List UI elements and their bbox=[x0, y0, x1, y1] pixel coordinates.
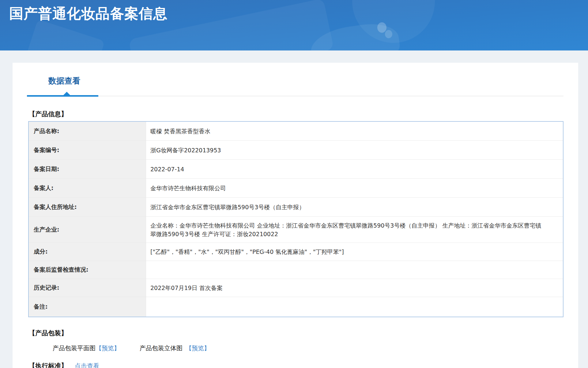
row-value: 浙江省金华市金东区曹宅镇翠微路590号3号楼（自主申报） bbox=[146, 198, 563, 216]
active-tab-indicator bbox=[27, 95, 98, 97]
row-value: 企业名称：金华市诗芒生物科技有限公司 企业地址：浙江省金华市金东区曹宅镇翠微路5… bbox=[146, 217, 563, 243]
row-value: ["乙醇"，"香精"，"水"，"双丙甘醇"，"PEG-40 氢化蓖麻油"，"丁羟… bbox=[146, 243, 563, 261]
row-value: 暖檬 焚香黑茶香型香水 bbox=[146, 122, 563, 140]
tab-bar: 数据查看 bbox=[27, 76, 564, 96]
row-value: 2022年07月19日 首次备案 bbox=[146, 279, 563, 297]
view-standards-link[interactable]: 点击查看 bbox=[75, 362, 99, 368]
row-value: 2022-07-14 bbox=[146, 160, 563, 178]
table-row: 备案编号: 浙G妆网备字2022013953 bbox=[29, 141, 563, 160]
row-value bbox=[146, 261, 563, 279]
row-label: 备案人住所地址: bbox=[29, 198, 146, 216]
row-label: 成分: bbox=[29, 243, 146, 261]
banner-decoration bbox=[377, 22, 386, 33]
row-value bbox=[146, 297, 563, 317]
product-info-heading: 【产品信息】 bbox=[29, 110, 578, 118]
row-label: 备案日期: bbox=[29, 160, 146, 178]
page-body: 数据查看 【产品信息】 产品名称: 暖檬 焚香黑茶香型香水 备案编号: 浙G妆网… bbox=[0, 50, 588, 368]
standards-heading: 【执行标准】 bbox=[29, 362, 67, 368]
row-label: 备案编号: bbox=[29, 141, 146, 159]
row-label: 备案人: bbox=[29, 179, 146, 197]
stereo-image-label: 产品包装立体图 bbox=[140, 344, 183, 352]
stereo-preview-link[interactable]: 【预览】 bbox=[186, 344, 210, 352]
row-label: 产品名称: bbox=[29, 122, 146, 140]
table-row: 历史记录: 2022年07月19日 首次备案 bbox=[29, 279, 563, 297]
product-info-table: 产品名称: 暖檬 焚香黑茶香型香水 备案编号: 浙G妆网备字2022013953… bbox=[28, 121, 564, 317]
row-value: 浙G妆网备字2022013953 bbox=[146, 141, 563, 159]
banner-decoration bbox=[24, 19, 105, 50]
table-row: 备案后监督检查情况: bbox=[29, 261, 563, 279]
packaging-heading: 【产品包装】 bbox=[29, 329, 578, 337]
row-label: 历史记录: bbox=[29, 279, 146, 297]
row-label: 备注: bbox=[29, 297, 146, 317]
table-row: 生产企业: 企业名称：金华市诗芒生物科技有限公司 企业地址：浙江省金华市金东区曹… bbox=[29, 217, 563, 243]
tab-data-view[interactable]: 数据查看 bbox=[48, 76, 80, 86]
row-value: 金华市诗芒生物科技有限公司 bbox=[146, 179, 563, 197]
standards-line: 【执行标准】点击查看 bbox=[29, 362, 578, 368]
row-label: 生产企业: bbox=[29, 217, 146, 243]
flat-image-label: 产品包装平面图 bbox=[53, 344, 96, 352]
table-row: 备案人: 金华市诗芒生物科技有限公司 bbox=[29, 179, 563, 198]
flat-preview-link[interactable]: 【预览】 bbox=[96, 344, 120, 352]
table-row: 备案日期: 2022-07-14 bbox=[29, 160, 563, 179]
page-title: 国产普通化妆品备案信息 bbox=[0, 0, 588, 23]
page-banner: 国产普通化妆品备案信息 bbox=[0, 0, 588, 50]
packaging-line: 产品包装平面图【预览】产品包装立体图【预览】 bbox=[53, 344, 578, 352]
table-row: 成分: ["乙醇"，"香精"，"水"，"双丙甘醇"，"PEG-40 氢化蓖麻油"… bbox=[29, 243, 563, 261]
table-row: 产品名称: 暖檬 焚香黑茶香型香水 bbox=[29, 122, 563, 141]
table-row: 备注: bbox=[29, 297, 563, 317]
row-label: 备案后监督检查情况: bbox=[29, 261, 146, 279]
banner-decoration bbox=[385, 30, 392, 38]
table-row: 备案人住所地址: 浙江省金华市金东区曹宅镇翠微路590号3号楼（自主申报） bbox=[29, 198, 563, 217]
content-card: 数据查看 【产品信息】 产品名称: 暖檬 焚香黑茶香型香水 备案编号: 浙G妆网… bbox=[13, 63, 578, 368]
